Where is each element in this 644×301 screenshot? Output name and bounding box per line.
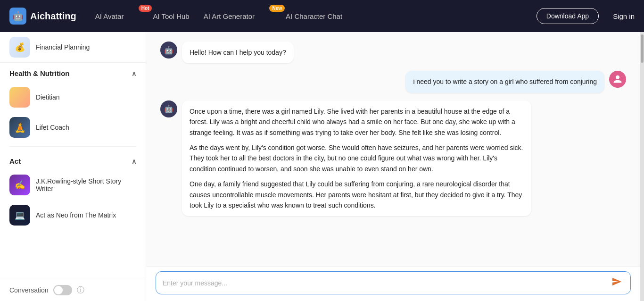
section-divider [9,146,136,147]
health-section-toggle[interactable]: ∧ [132,70,136,77]
input-bar [146,266,640,301]
conversation-bar: Conversation ⓘ [0,279,146,301]
right-scrollbar[interactable] [640,32,644,301]
brand-logo[interactable]: 🤖 Aichatting [9,8,76,25]
user-avatar [609,71,626,88]
scrollbar-thumb [641,34,644,63]
conversation-label: Conversation [9,286,49,294]
nav-ai-tool-hub[interactable]: AI Tool Hub [153,10,189,22]
assistant-avatar-2: 🤖 [160,100,177,117]
sidebar-item-dietitian[interactable]: Dietitian [0,82,146,112]
sidebar-item-jkrowling[interactable]: ✍️ J.K.Rowling-style Short Story Writer [0,170,146,200]
input-wrap [156,271,631,294]
brand-icon: 🤖 [9,8,26,25]
chat-area: 🤖 Hello! How can I help you today? i nee… [146,32,640,301]
message-row-1: 🤖 Hello! How can I help you today? [160,42,626,63]
toggle-knob [54,286,63,294]
sidebar-item-financial[interactable]: 💰 Financial Planning [0,32,146,63]
section-act: Act ∧ [0,150,146,170]
financial-img: 💰 [9,37,30,58]
message-bubble-2: i need you to write a story on a girl wh… [405,71,604,92]
lifet-img: 🧘 [9,117,30,138]
new-badge: New [269,5,285,12]
main-layout: 💰 Financial Planning Health & Nutrition … [0,32,644,301]
hot-badge: Hot [139,5,152,12]
section-health: Health & Nutrition ∧ [0,63,146,82]
neo-img: 💻 [9,205,30,226]
sidebar-item-lifet-coach[interactable]: 🧘 Lifet Coach [0,112,146,142]
info-icon[interactable]: ⓘ [77,285,84,295]
send-button[interactable] [610,276,624,289]
dietitian-img [9,87,30,108]
conversation-toggle[interactable] [53,285,72,295]
nav-ai-art-generator[interactable]: AI Art Generator New [204,10,272,22]
message-row-2: i need you to write a story on a girl wh… [160,71,626,92]
message-bubble-3: Once upon a time, there was a girl named… [182,100,531,217]
nav-ai-avatar[interactable]: AI Avatar Hot [95,10,139,22]
nav-ai-character-chat[interactable]: AI Character Chat [286,10,342,22]
message-bubble-1: Hello! How can I help you today? [182,42,294,63]
navbar: 🤖 Aichatting AI Avatar Hot AI Tool Hub A… [0,0,644,32]
sidebar-item-neo[interactable]: 💻 Act as Neo from The Matrix [0,200,146,230]
message-row-3: 🤖 Once upon a time, there was a girl nam… [160,100,626,217]
act-section-toggle[interactable]: ∧ [132,158,136,165]
chat-messages: 🤖 Hello! How can I help you today? i nee… [146,32,640,266]
signin-button[interactable]: Sign in [613,12,635,20]
jkrowling-img: ✍️ [9,175,30,195]
download-app-button[interactable]: Download App [537,8,599,24]
chat-input[interactable] [163,279,610,287]
assistant-avatar-1: 🤖 [160,42,177,59]
financial-label: Financial Planning [36,43,90,51]
brand-name: Aichatting [30,11,76,22]
sidebar: 💰 Financial Planning Health & Nutrition … [0,32,146,301]
